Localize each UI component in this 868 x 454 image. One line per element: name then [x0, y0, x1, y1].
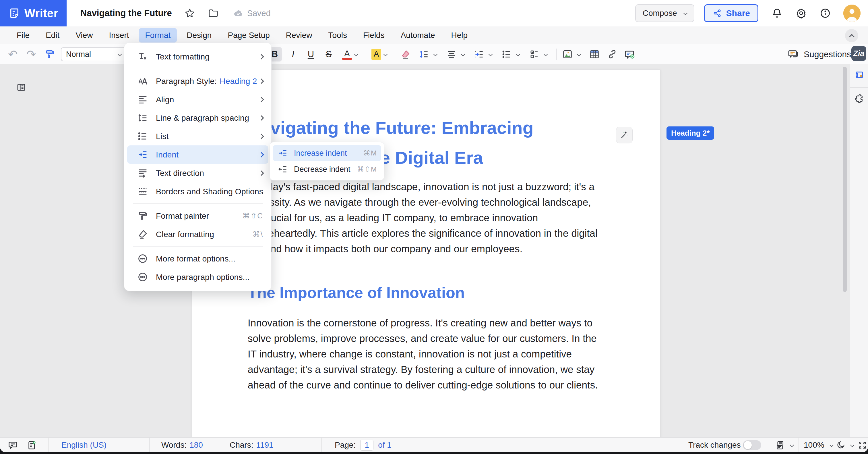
shortcut-label: ⌘⇧M	[357, 165, 377, 173]
zia-label: Zia	[853, 49, 864, 58]
list-chevron-icon[interactable]	[516, 52, 520, 56]
notifications-bell-icon[interactable]	[771, 7, 783, 19]
top-bar: Writer Navigating the Future Saved Compo…	[0, 0, 868, 26]
line-spacing-chevron-icon[interactable]	[433, 52, 437, 56]
paragraph-style-select[interactable]: Normal	[61, 48, 126, 61]
insert-comment-button[interactable]	[622, 47, 637, 61]
menu-bar: File Edit View Insert Format Design Page…	[0, 26, 868, 44]
redo-button[interactable]: ↷	[26, 44, 36, 64]
menu-tools[interactable]: Tools	[322, 28, 353, 42]
page-view-button[interactable]	[775, 437, 794, 452]
document-paragraph-1[interactable]: In today's fast-paced digital landscape,…	[248, 179, 604, 257]
zoom-control[interactable]: 100%	[804, 437, 833, 452]
checklist-button[interactable]	[527, 47, 541, 61]
user-avatar[interactable]	[843, 5, 861, 22]
page-number-input[interactable]: 1	[360, 439, 373, 451]
collapse-toolbar-button[interactable]	[845, 29, 858, 42]
menu-help[interactable]: Help	[445, 28, 474, 42]
menu-insert[interactable]: Insert	[103, 28, 135, 42]
fullscreen-button[interactable]	[858, 437, 867, 452]
format-menu-align[interactable]: Align	[124, 90, 271, 109]
comments-button[interactable]	[7, 437, 19, 452]
clear-formatting-eraser-button[interactable]	[398, 47, 413, 61]
menu-design[interactable]: Design	[180, 28, 218, 42]
zia-assistant-button[interactable]: Zia	[851, 46, 866, 61]
format-menu-text-direction[interactable]: Text direction	[124, 164, 271, 182]
paragraph-style-icon	[137, 75, 148, 87]
track-changes-toggle[interactable]	[743, 440, 761, 450]
menu-format[interactable]: Format	[139, 28, 177, 42]
insert-table-button[interactable]	[587, 47, 601, 61]
submenu-increase-indent[interactable]: Increase indent ⌘M	[273, 145, 381, 161]
checklist-chevron-icon[interactable]	[544, 52, 548, 56]
char-count[interactable]: Chars: 1191	[229, 437, 274, 452]
submenu-decrease-indent[interactable]: Decrease indent ⌘⇧M	[273, 161, 381, 177]
insert-link-button[interactable]	[605, 47, 619, 61]
format-menu-format-painter[interactable]: Format painter ⌘⇧C	[124, 207, 271, 225]
menu-view[interactable]: View	[69, 28, 99, 42]
help-info-icon[interactable]	[819, 7, 831, 19]
format-menu-more-paragraph-options[interactable]: More paragraph options...	[124, 268, 271, 286]
indent-button[interactable]	[472, 47, 486, 61]
image-chevron-icon[interactable]	[577, 52, 581, 56]
format-menu-borders-shading[interactable]: Borders and Shading Options	[124, 182, 271, 201]
format-menu-indent[interactable]: Indent	[127, 145, 268, 164]
menu-file[interactable]: File	[10, 28, 36, 42]
paragraph-style-value: Heading 2	[220, 77, 257, 86]
submenu-chevron-icon	[259, 79, 264, 84]
format-menu-line-paragraph-spacing[interactable]: Line & paragraph spacing	[124, 109, 271, 127]
status-divider	[48, 437, 49, 452]
indent-chevron-icon[interactable]	[489, 52, 493, 56]
format-painter-button[interactable]	[43, 44, 55, 64]
format-menu-clear-formatting[interactable]: Clear formatting ⌘\	[124, 225, 271, 244]
notebook-panel-icon[interactable]	[854, 69, 865, 81]
italic-button[interactable]: I	[286, 47, 300, 61]
align-button[interactable]	[444, 47, 459, 61]
text-direction-icon	[137, 167, 148, 179]
left-panel-toggle-icon[interactable]	[16, 82, 26, 92]
more-options-icon	[137, 253, 148, 264]
favorite-star-icon[interactable]	[184, 7, 195, 19]
proofing-button[interactable]	[26, 437, 37, 452]
suggestions-button[interactable]: Suggestions	[787, 48, 851, 60]
link-icon	[607, 49, 618, 60]
undo-button[interactable]: ↶	[8, 44, 18, 64]
text-color-button[interactable]: A	[340, 47, 354, 61]
settings-gear-icon[interactable]	[795, 7, 807, 19]
menu-fields[interactable]: Fields	[357, 28, 391, 42]
format-menu-more-format-options[interactable]: More format options...	[124, 249, 271, 268]
folder-icon[interactable]	[208, 7, 219, 19]
shortcut-label: ⌘M	[363, 149, 377, 157]
format-menu-paragraph-style[interactable]: Paragraph Style: Heading 2	[124, 72, 271, 90]
line-spacing-button[interactable]	[417, 47, 431, 61]
menu-edit[interactable]: Edit	[39, 28, 66, 42]
status-divider	[149, 437, 150, 452]
extensions-puzzle-icon[interactable]	[854, 94, 865, 105]
document-heading-2[interactable]: The Importance of Innovation	[248, 282, 604, 303]
format-menu-text-formatting[interactable]: Text formatting	[124, 48, 271, 66]
share-button[interactable]: Share	[704, 4, 758, 22]
menu-page-setup[interactable]: Page Setup	[221, 28, 276, 42]
vertical-scrollbar[interactable]	[843, 67, 847, 292]
language-selector[interactable]: English (US)	[61, 437, 106, 452]
writer-logo[interactable]: Writer	[0, 0, 67, 26]
insert-image-button[interactable]	[560, 47, 575, 61]
document-paragraph-2[interactable]: Innovation is the cornerstone of progres…	[248, 315, 604, 393]
highlight-chevron-icon[interactable]	[383, 52, 388, 56]
document-title[interactable]: Navigating the Future	[81, 8, 172, 19]
menu-review[interactable]: Review	[280, 28, 319, 42]
indent-increase-icon	[277, 148, 288, 159]
menu-automate[interactable]: Automate	[394, 28, 441, 42]
list-button[interactable]	[499, 47, 514, 61]
align-chevron-icon[interactable]	[461, 52, 465, 56]
share-icon	[712, 8, 722, 18]
text-color-chevron-icon[interactable]	[354, 52, 358, 56]
strikethrough-button[interactable]: S	[321, 47, 336, 61]
night-mode-button[interactable]	[836, 437, 854, 452]
word-count[interactable]: Words: 180	[161, 437, 203, 452]
format-menu-list[interactable]: List	[124, 127, 271, 145]
zia-magic-wand-button[interactable]	[616, 127, 632, 143]
compose-button[interactable]: Compose	[635, 4, 694, 22]
underline-button[interactable]: U	[304, 47, 318, 61]
highlight-color-button[interactable]: A	[369, 47, 383, 61]
